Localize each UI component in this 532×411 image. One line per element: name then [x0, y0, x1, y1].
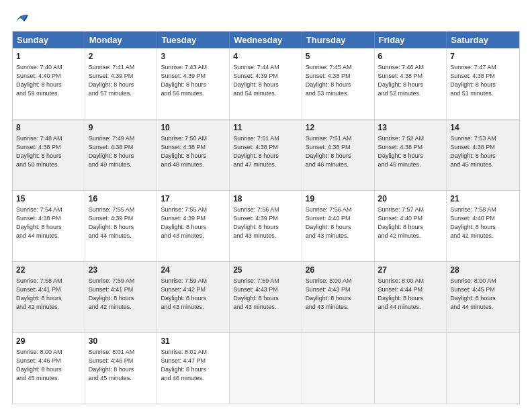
day-number: 26: [306, 265, 371, 276]
calendar-cell: 27Sunrise: 8:00 AMSunset: 4:44 PMDayligh…: [375, 262, 447, 332]
calendar-cell: 28Sunrise: 8:00 AMSunset: 4:45 PMDayligh…: [447, 262, 519, 332]
cell-info: Sunrise: 7:49 AMSunset: 4:38 PMDaylight:…: [89, 134, 154, 169]
day-number: 25: [233, 265, 298, 276]
logo-bird-icon: [15, 12, 30, 24]
header-day-wednesday: Wednesday: [230, 32, 302, 48]
cell-info: Sunrise: 8:00 AMSunset: 4:43 PMDaylight:…: [306, 277, 371, 312]
cell-info: Sunrise: 8:00 AMSunset: 4:46 PMDaylight:…: [16, 348, 81, 383]
cell-info: Sunrise: 7:55 AMSunset: 4:39 PMDaylight:…: [161, 205, 226, 240]
header-day-friday: Friday: [375, 32, 447, 48]
day-number: 3: [161, 51, 226, 62]
cell-info: Sunrise: 7:57 AMSunset: 4:40 PMDaylight:…: [378, 205, 443, 240]
calendar-row-2: 8Sunrise: 7:48 AMSunset: 4:38 PMDaylight…: [13, 119, 519, 190]
calendar-cell: 14Sunrise: 7:53 AMSunset: 4:38 PMDayligh…: [447, 120, 519, 190]
cell-info: Sunrise: 7:58 AMSunset: 4:41 PMDaylight:…: [16, 277, 81, 312]
calendar-cell: 29Sunrise: 8:00 AMSunset: 4:46 PMDayligh…: [13, 333, 85, 404]
cell-info: Sunrise: 7:50 AMSunset: 4:38 PMDaylight:…: [161, 134, 226, 169]
header-day-thursday: Thursday: [302, 32, 375, 48]
cell-info: Sunrise: 8:00 AMSunset: 4:45 PMDaylight:…: [450, 277, 516, 312]
calendar-cell: 16Sunrise: 7:55 AMSunset: 4:39 PMDayligh…: [85, 191, 158, 261]
calendar-row-4: 22Sunrise: 7:58 AMSunset: 4:41 PMDayligh…: [13, 261, 519, 332]
day-number: 24: [161, 265, 226, 276]
calendar-cell: [375, 333, 447, 404]
calendar-cell: 5Sunrise: 7:45 AMSunset: 4:38 PMDaylight…: [302, 48, 375, 119]
calendar-cell: 2Sunrise: 7:41 AMSunset: 4:39 PMDaylight…: [85, 48, 158, 119]
header-day-tuesday: Tuesday: [157, 32, 230, 48]
cell-info: Sunrise: 8:01 AMSunset: 4:47 PMDaylight:…: [161, 348, 226, 383]
day-number: 13: [378, 122, 443, 134]
cell-info: Sunrise: 7:55 AMSunset: 4:39 PMDaylight:…: [89, 205, 154, 240]
day-number: 29: [16, 336, 81, 347]
logo: [12, 12, 31, 24]
cell-info: Sunrise: 7:48 AMSunset: 4:38 PMDaylight:…: [16, 134, 81, 169]
day-number: 22: [16, 265, 81, 276]
day-number: 4: [233, 51, 298, 62]
day-number: 16: [89, 193, 154, 205]
day-number: 11: [233, 122, 298, 134]
day-number: 23: [89, 265, 154, 276]
calendar-cell: 31Sunrise: 8:01 AMSunset: 4:47 PMDayligh…: [157, 333, 230, 404]
calendar-body: 1Sunrise: 7:40 AMSunset: 4:40 PMDaylight…: [13, 48, 519, 404]
day-number: 20: [378, 193, 443, 205]
calendar-cell: 13Sunrise: 7:52 AMSunset: 4:38 PMDayligh…: [375, 120, 447, 190]
day-number: 31: [161, 336, 226, 347]
cell-info: Sunrise: 7:45 AMSunset: 4:38 PMDaylight:…: [306, 63, 371, 98]
cell-info: Sunrise: 7:46 AMSunset: 4:38 PMDaylight:…: [378, 63, 443, 98]
calendar-cell: [302, 333, 375, 404]
cell-info: Sunrise: 7:41 AMSunset: 4:39 PMDaylight:…: [89, 63, 154, 98]
calendar-cell: 20Sunrise: 7:57 AMSunset: 4:40 PMDayligh…: [375, 191, 447, 261]
cell-info: Sunrise: 7:59 AMSunset: 4:42 PMDaylight:…: [161, 277, 226, 312]
calendar-cell: 17Sunrise: 7:55 AMSunset: 4:39 PMDayligh…: [157, 191, 230, 261]
day-number: 2: [89, 51, 154, 62]
day-number: 27: [378, 265, 443, 276]
cell-info: Sunrise: 7:58 AMSunset: 4:40 PMDaylight:…: [450, 205, 516, 240]
calendar-cell: 19Sunrise: 7:56 AMSunset: 4:40 PMDayligh…: [302, 191, 375, 261]
calendar-cell: 1Sunrise: 7:40 AMSunset: 4:40 PMDaylight…: [13, 48, 85, 119]
calendar-cell: [230, 333, 302, 404]
day-number: 21: [450, 193, 516, 205]
calendar-cell: 23Sunrise: 7:59 AMSunset: 4:41 PMDayligh…: [85, 262, 158, 332]
calendar-row-1: 1Sunrise: 7:40 AMSunset: 4:40 PMDaylight…: [13, 48, 519, 119]
header: [12, 12, 520, 24]
cell-info: Sunrise: 7:52 AMSunset: 4:38 PMDaylight:…: [378, 134, 443, 169]
header-day-monday: Monday: [85, 32, 158, 48]
calendar-cell: 8Sunrise: 7:48 AMSunset: 4:38 PMDaylight…: [13, 120, 85, 190]
day-number: 5: [306, 51, 371, 62]
calendar-cell: 11Sunrise: 7:51 AMSunset: 4:38 PMDayligh…: [230, 120, 302, 190]
calendar: SundayMondayTuesdayWednesdayThursdayFrid…: [12, 31, 520, 404]
day-number: 17: [161, 193, 226, 205]
cell-info: Sunrise: 7:56 AMSunset: 4:39 PMDaylight:…: [233, 205, 298, 240]
day-number: 15: [16, 193, 81, 205]
calendar-cell: [447, 333, 519, 404]
cell-info: Sunrise: 7:56 AMSunset: 4:40 PMDaylight:…: [306, 205, 371, 240]
cell-info: Sunrise: 7:53 AMSunset: 4:38 PMDaylight:…: [450, 134, 516, 169]
cell-info: Sunrise: 7:51 AMSunset: 4:38 PMDaylight:…: [233, 134, 298, 169]
calendar-cell: 3Sunrise: 7:43 AMSunset: 4:39 PMDaylight…: [157, 48, 230, 119]
day-number: 10: [161, 122, 226, 134]
day-number: 19: [306, 193, 371, 205]
cell-info: Sunrise: 7:43 AMSunset: 4:39 PMDaylight:…: [161, 63, 226, 98]
calendar-cell: 25Sunrise: 7:59 AMSunset: 4:43 PMDayligh…: [230, 262, 302, 332]
calendar-cell: 10Sunrise: 7:50 AMSunset: 4:38 PMDayligh…: [157, 120, 230, 190]
day-number: 12: [306, 122, 371, 134]
day-number: 18: [233, 193, 298, 205]
day-number: 28: [450, 265, 516, 276]
day-number: 30: [89, 336, 154, 347]
cell-info: Sunrise: 7:47 AMSunset: 4:38 PMDaylight:…: [450, 63, 516, 98]
cell-info: Sunrise: 7:54 AMSunset: 4:38 PMDaylight:…: [16, 205, 81, 240]
calendar-cell: 18Sunrise: 7:56 AMSunset: 4:39 PMDayligh…: [230, 191, 302, 261]
day-number: 1: [16, 51, 81, 62]
page: SundayMondayTuesdayWednesdayThursdayFrid…: [0, 0, 532, 411]
cell-info: Sunrise: 7:44 AMSunset: 4:39 PMDaylight:…: [233, 63, 298, 98]
calendar-cell: 4Sunrise: 7:44 AMSunset: 4:39 PMDaylight…: [230, 48, 302, 119]
calendar-cell: 26Sunrise: 8:00 AMSunset: 4:43 PMDayligh…: [302, 262, 375, 332]
calendar-cell: 7Sunrise: 7:47 AMSunset: 4:38 PMDaylight…: [447, 48, 519, 119]
cell-info: Sunrise: 7:51 AMSunset: 4:38 PMDaylight:…: [306, 134, 371, 169]
calendar-header: SundayMondayTuesdayWednesdayThursdayFrid…: [13, 32, 519, 48]
calendar-cell: 12Sunrise: 7:51 AMSunset: 4:38 PMDayligh…: [302, 120, 375, 190]
calendar-cell: 6Sunrise: 7:46 AMSunset: 4:38 PMDaylight…: [375, 48, 447, 119]
day-number: 6: [378, 51, 443, 62]
calendar-cell: 21Sunrise: 7:58 AMSunset: 4:40 PMDayligh…: [447, 191, 519, 261]
day-number: 9: [89, 122, 154, 134]
calendar-cell: 30Sunrise: 8:01 AMSunset: 4:46 PMDayligh…: [85, 333, 158, 404]
